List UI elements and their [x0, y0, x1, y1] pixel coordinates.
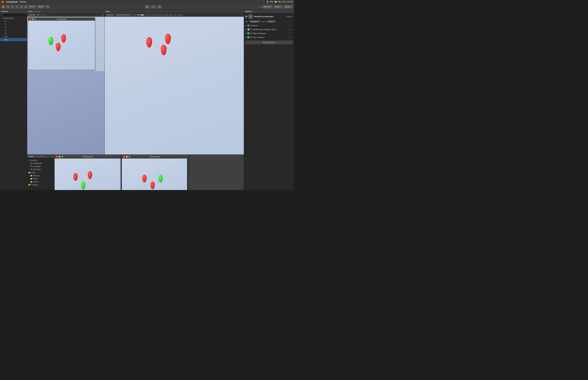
- project-tab[interactable]: Project: [28, 155, 34, 157]
- hierarchy-search[interactable]: [1, 14, 26, 16]
- script-menu-icon[interactable]: ⋮: [291, 29, 293, 30]
- transport-menu-icon[interactable]: ⋮: [291, 37, 293, 38]
- tag-dropdown[interactable]: Untagged ▼: [249, 20, 260, 23]
- pause-button[interactable]: ⏸: [151, 5, 156, 9]
- layers-dropdown[interactable]: Layers ▼: [274, 5, 283, 9]
- scene-tab[interactable]: Scene: [28, 11, 33, 12]
- game-tab[interactable]: Game: [105, 11, 110, 12]
- minimize-icon[interactable]: [126, 156, 128, 158]
- battery-level: 15%: [270, 1, 273, 3]
- scenes-folder[interactable]: 📁 Scenes: [27, 180, 54, 183]
- pivot-label: Pivot: [30, 6, 33, 8]
- network-gear-icon[interactable]: ⚙: [289, 33, 290, 34]
- transport-checkbox[interactable]: ✓: [250, 37, 252, 38]
- script-checkbox[interactable]: ✓: [250, 29, 252, 30]
- rotate-tool[interactable]: ↺: [11, 5, 14, 9]
- game-window-1-viewport[interactable]: [55, 158, 121, 190]
- packages-group[interactable]: 📁 Packages: [27, 183, 54, 186]
- network-checkbox[interactable]: ✓: [250, 33, 252, 34]
- close-icon[interactable]: [56, 156, 58, 158]
- step-button[interactable]: ⏭: [157, 5, 162, 9]
- transform-component[interactable]: ▶ ⊕ Transform ⚙ ⋮: [244, 24, 294, 28]
- hand-tool[interactable]: ✋: [1, 5, 5, 9]
- game-window-2-viewport[interactable]: [122, 158, 187, 190]
- hierarchy-item[interactable]: D...: [0, 23, 27, 26]
- hierarchy-tab-bar: Hierarchy: [0, 10, 27, 13]
- hierarchy-tab[interactable]: Hierarchy: [1, 11, 8, 12]
- local-dropdown[interactable]: Local ▼: [37, 5, 45, 9]
- maximize-icon[interactable]: [129, 156, 131, 158]
- move-tool[interactable]: ✥: [6, 5, 10, 9]
- window-menu[interactable]: Window: [20, 1, 26, 3]
- add-project-btn[interactable]: +: [52, 155, 53, 157]
- layer-dropdown[interactable]: Default ▼: [267, 20, 276, 23]
- scene-sub-window: UnitySample: [28, 17, 95, 70]
- item-label: Scenes: [33, 181, 38, 183]
- player-folder[interactable]: 📁 Player: [27, 177, 54, 180]
- assets-group[interactable]: 📁 Assets: [27, 171, 54, 174]
- all-models-item[interactable]: 🔍 All Models: [27, 165, 54, 168]
- transform-menu-icon[interactable]: ⋮: [291, 25, 293, 27]
- scene-viewport[interactable]: UnitySample: [27, 17, 104, 154]
- display-dropdown[interactable]: Display 1 ▼: [106, 14, 114, 16]
- favorites-group[interactable]: ★ Favorites: [27, 159, 54, 162]
- account-dropdown[interactable]: Account ▼: [263, 5, 273, 9]
- script-gear-icon[interactable]: ⚙: [289, 29, 290, 30]
- transport-gear-icon[interactable]: ⚙: [289, 37, 290, 38]
- manager-folder[interactable]: 📁 Manager: [27, 174, 54, 177]
- game-viewport[interactable]: [105, 17, 244, 154]
- transform-tool[interactable]: ⊞: [24, 5, 28, 9]
- shading-dropdown[interactable]: Shaded ▼: [28, 14, 36, 16]
- inspector-tab[interactable]: Inspector: [245, 11, 252, 12]
- scene-sub-window-title: UnitySample: [57, 18, 66, 20]
- transform-gear-icon[interactable]: ⚙: [289, 25, 290, 27]
- capsule-green: [49, 37, 53, 45]
- folder-icon: 📁: [30, 178, 32, 180]
- all-materials-item[interactable]: 🔍 All Materials: [27, 162, 54, 165]
- extra-tool[interactable]: ⊡: [46, 5, 50, 9]
- all-prefabs-item[interactable]: 🔍 All Prefabs: [27, 168, 54, 171]
- close-icon[interactable]: [123, 156, 125, 158]
- layout-dropdown[interactable]: Layout ▼: [284, 5, 293, 9]
- add-component-button[interactable]: Add Component: [245, 41, 293, 44]
- close-icon[interactable]: [29, 18, 31, 20]
- shading-label: Shaded: [29, 14, 34, 16]
- search-icon: 🔍: [30, 169, 32, 170]
- hierarchy-item-selected[interactable]: Sa...: [0, 38, 27, 41]
- maximize-on-play[interactable]: Maximize On Play: [151, 14, 164, 16]
- resolution-dropdown[interactable]: Full HD (1920x1080) ▼: [115, 14, 131, 16]
- hierarchy-item[interactable]: P...: [0, 29, 27, 32]
- network-manager-component[interactable]: ▶ 🌐 ✓ Network Manager ⚙ ⋮: [244, 32, 294, 35]
- inspector-panel: Inspector ⊙ SampleSceneManager Static ▼ …: [244, 10, 294, 190]
- transform-name: Transform: [250, 25, 288, 27]
- maximize-icon[interactable]: [61, 156, 63, 158]
- scale-tool[interactable]: ⤢: [15, 5, 19, 9]
- hierarchy-item[interactable]: ▼ SampleScene: [0, 17, 27, 20]
- minimize-icon[interactable]: [32, 18, 33, 20]
- dimension-btn[interactable]: 2D: [37, 14, 40, 16]
- account-arrow-icon: ▼: [270, 6, 272, 7]
- hierarchy-item[interactable]: ▼ Don...: [0, 35, 27, 38]
- pivot-arrow-icon: ▼: [34, 6, 35, 7]
- play-button[interactable]: ▶: [145, 5, 150, 9]
- animator-tab[interactable]: Animator: [34, 11, 40, 12]
- stats-btn[interactable]: Stats: [173, 14, 177, 16]
- network-menu-icon[interactable]: ⋮: [291, 33, 293, 34]
- folder-icon: 📁: [28, 172, 30, 173]
- minimize-icon[interactable]: [59, 156, 60, 158]
- object-active-checkbox[interactable]: [245, 16, 247, 18]
- scale-slider[interactable]: [137, 15, 145, 16]
- hierarchy-item[interactable]: ▼ M...: [0, 20, 27, 23]
- rect-tool[interactable]: ▭: [19, 5, 23, 9]
- hierarchy-toolbar: [0, 13, 27, 16]
- pivot-dropdown[interactable]: Pivot ▼: [28, 5, 36, 9]
- unity-transport-component[interactable]: ▶ ⚡ ✓ Unity Transport ⚙ ⋮: [244, 35, 294, 39]
- script-component[interactable]: ▶ 📜 ✓ Sample Scene Manager (Script ⚙ ⋮: [244, 28, 294, 32]
- gizmos-btn[interactable]: Gizmos: [178, 14, 183, 16]
- hierarchy-item[interactable]: P...: [0, 32, 27, 35]
- mute-audio[interactable]: Mute Audio: [165, 14, 172, 16]
- animation-tab[interactable]: Animation: [37, 155, 45, 157]
- traffic-lights-2: [123, 156, 131, 158]
- maximize-icon[interactable]: [34, 18, 36, 20]
- hierarchy-item[interactable]: P...: [0, 26, 27, 29]
